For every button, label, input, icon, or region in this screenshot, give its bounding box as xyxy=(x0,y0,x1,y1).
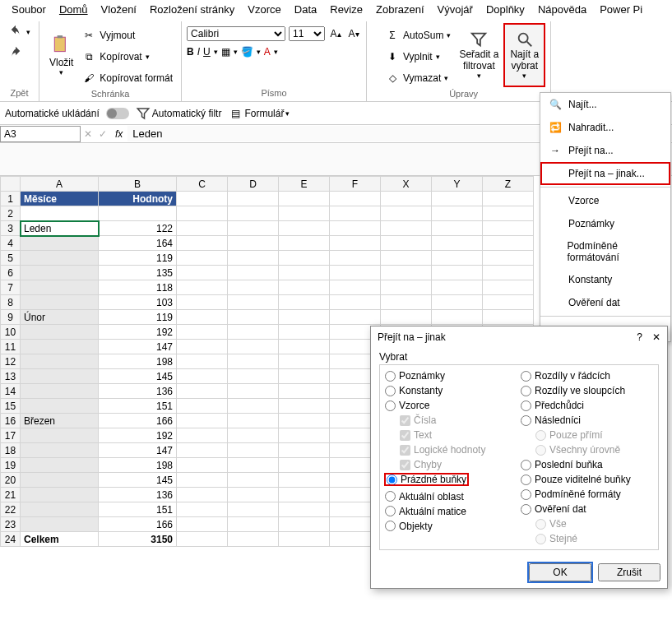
menu-rozlozeni[interactable]: Rozložení stránky xyxy=(143,2,241,17)
opt-text[interactable]: Text xyxy=(385,429,517,441)
menu-revize[interactable]: Revize xyxy=(323,2,369,17)
col-header-C[interactable]: C xyxy=(177,177,228,192)
undo-button[interactable]: ▾ xyxy=(5,23,34,41)
menu-goto-special[interactable]: Přejít na – jinak... xyxy=(540,162,670,185)
select-all-corner[interactable] xyxy=(1,177,21,192)
dialog-help-icon[interactable]: ? xyxy=(637,331,642,343)
menu-napoveda[interactable]: Nápověda xyxy=(531,2,593,17)
menu-cond-fmt[interactable]: Podmíněné formátování xyxy=(540,235,670,268)
opt-cond-fmts[interactable]: Podmíněné formáty xyxy=(521,488,653,500)
total-value[interactable]: 3150 xyxy=(99,532,177,547)
font-color-button[interactable]: A xyxy=(264,46,271,58)
svg-rect-1 xyxy=(57,35,63,38)
menu-soubor[interactable]: Soubor xyxy=(5,2,53,17)
col-header-Z[interactable]: Z xyxy=(483,177,534,192)
menu-data-val[interactable]: Ověření dat xyxy=(540,291,670,314)
opt-all-levels[interactable]: Všechny úrovně xyxy=(521,444,653,456)
col-header-X[interactable]: X xyxy=(381,177,432,192)
decrease-font-icon[interactable]: A▾ xyxy=(346,26,361,41)
increase-font-icon[interactable]: A▴ xyxy=(328,26,343,41)
menu-vyvojar[interactable]: Vývojář xyxy=(431,2,480,17)
format-painter-button[interactable]: 🖌Kopírovat formát xyxy=(78,69,176,87)
opt-col-diff[interactable]: Rozdíly ve sloupcích xyxy=(521,385,653,396)
form-label[interactable]: Formulář xyxy=(244,108,284,119)
paste-button[interactable]: Vložit ▾ xyxy=(44,23,78,87)
col-header-Y[interactable]: Y xyxy=(432,177,483,192)
opt-dependents[interactable]: Následníci xyxy=(521,414,653,426)
copy-button[interactable]: ⧉Kopírovat▾ xyxy=(78,48,176,66)
menu-powerpi[interactable]: Power Pi xyxy=(593,2,649,17)
bold-button[interactable]: B xyxy=(187,46,194,58)
accept-formula-icon[interactable]: ✓ xyxy=(95,128,110,140)
opt-data-val[interactable]: Ověření dat xyxy=(521,503,653,515)
total-label[interactable]: Celkem xyxy=(21,532,99,547)
italic-button[interactable]: I xyxy=(197,46,200,58)
menu-domu[interactable]: Domů xyxy=(53,2,95,17)
opt-current-array[interactable]: Aktuální matice xyxy=(385,506,517,517)
menu-goto[interactable]: →Přejít na... xyxy=(540,139,670,162)
menu-data[interactable]: Data xyxy=(288,2,323,17)
cell[interactable]: 122 xyxy=(99,221,177,236)
opt-errors[interactable]: Chyby xyxy=(385,459,517,470)
dialog-close-icon[interactable]: ✕ xyxy=(652,331,660,343)
menu-constants[interactable]: Konstanty xyxy=(540,268,670,291)
opt-objects[interactable]: Objekty xyxy=(385,521,517,532)
menu-formulas[interactable]: Vzorce xyxy=(540,189,670,212)
opt-comments[interactable]: Poznámky xyxy=(385,370,517,382)
opt-numbers[interactable]: Čísla xyxy=(385,414,517,426)
opt-visible[interactable]: Pouze viditelné buňky xyxy=(521,474,653,485)
col-header-D[interactable]: D xyxy=(228,177,279,192)
row-header[interactable]: 3 xyxy=(1,221,21,236)
font-name-select[interactable]: Calibri xyxy=(187,26,285,41)
border-button[interactable]: ▦ xyxy=(221,46,230,58)
row-header[interactable]: 1 xyxy=(1,192,21,206)
clear-button[interactable]: ◇Vymazat▾ xyxy=(382,69,454,87)
autosum-button[interactable]: ΣAutoSum▾ xyxy=(382,26,454,44)
table-head-b[interactable]: Hodnoty xyxy=(99,192,177,206)
opt-formulas[interactable]: Vzorce xyxy=(385,400,517,411)
opt-direct[interactable]: Pouze přímí xyxy=(521,429,653,441)
opt-blanks[interactable]: Prázdné buňky xyxy=(385,474,468,485)
menu-comments[interactable]: Poznámky xyxy=(540,212,670,235)
row-header[interactable]: 2 xyxy=(1,206,21,221)
redo-button[interactable] xyxy=(5,44,34,62)
menu-vlozeni[interactable]: Vložení xyxy=(95,2,143,17)
fill-color-button[interactable]: 🪣 xyxy=(241,46,253,58)
menu-vzorce[interactable]: Vzorce xyxy=(241,2,287,17)
name-box[interactable] xyxy=(0,126,81,142)
opt-precedents[interactable]: Předchůdci xyxy=(521,400,653,411)
cancel-button[interactable]: Zrušit xyxy=(598,563,660,581)
dialog-title: Přejít na – jinak xyxy=(378,331,446,343)
autosave-toggle[interactable] xyxy=(106,108,129,119)
opt-all[interactable]: Vše xyxy=(521,518,653,530)
opt-current-region[interactable]: Aktuální oblast xyxy=(385,491,517,502)
fill-button[interactable]: ⬇Vyplnit▾ xyxy=(382,48,454,66)
opt-constants[interactable]: Konstanty xyxy=(385,385,517,396)
find-select-button[interactable]: Najít a vybrat▾ xyxy=(503,23,545,87)
ok-button[interactable]: OK xyxy=(529,563,591,581)
font-size-select[interactable]: 11 xyxy=(289,26,325,41)
opt-last-cell[interactable]: Poslední buňka xyxy=(521,459,653,470)
menu-doplnky[interactable]: Doplňky xyxy=(480,2,531,17)
opt-logicals[interactable]: Logické hodnoty xyxy=(385,444,517,456)
opt-same[interactable]: Stejné xyxy=(521,533,653,544)
col-header-B[interactable]: B xyxy=(99,177,177,192)
opt-row-diff[interactable]: Rozdíly v řádcích xyxy=(521,370,653,382)
menu-find[interactable]: 🔍Najít... xyxy=(540,93,670,116)
fx-icon[interactable]: fx xyxy=(110,128,127,140)
replace-icon: 🔁 xyxy=(549,121,562,134)
cancel-formula-icon[interactable]: ✕ xyxy=(81,128,95,140)
underline-button[interactable]: U xyxy=(203,46,211,58)
cut-button[interactable]: ✂Vyjmout xyxy=(78,26,176,44)
menu-replace[interactable]: 🔁Nahradit... xyxy=(540,116,670,139)
table-head-a[interactable]: Měsíce xyxy=(21,192,99,206)
filter-icon[interactable] xyxy=(136,106,151,121)
col-header-F[interactable]: F xyxy=(330,177,381,192)
autofilter-label[interactable]: Automatický filtr xyxy=(152,108,222,119)
form-icon[interactable]: ▤ xyxy=(228,106,243,121)
cell[interactable]: Leden xyxy=(21,221,99,236)
menu-zobrazeni[interactable]: Zobrazení xyxy=(369,2,431,17)
col-header-A[interactable]: A xyxy=(21,177,99,192)
sort-filter-button[interactable]: Seřadit a filtrovat▾ xyxy=(454,23,503,87)
col-header-E[interactable]: E xyxy=(279,177,330,192)
